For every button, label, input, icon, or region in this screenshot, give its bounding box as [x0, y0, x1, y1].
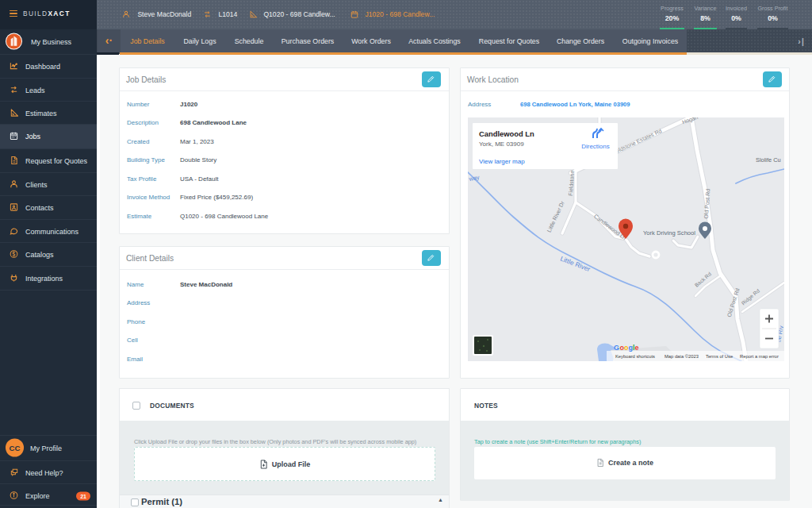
svg-text:Report a map error: Report a map error	[740, 354, 779, 359]
svg-text:Slolife Cu: Slolife Cu	[756, 156, 781, 164]
svg-text:Map data ©2023: Map data ©2023	[665, 354, 699, 359]
svg-text:Candlewood Ln: Candlewood Ln	[479, 129, 534, 138]
svg-text:Terms of Use: Terms of Use	[706, 354, 733, 359]
svg-text:View larger map: View larger map	[479, 158, 525, 165]
svg-text:Keyboard shortcuts: Keyboard shortcuts	[615, 354, 655, 359]
svg-text:York Driving School: York Driving School	[643, 229, 695, 237]
svg-text:York, ME 03909: York, ME 03909	[479, 140, 524, 148]
svg-text:e: e	[635, 344, 639, 352]
svg-text:G: G	[614, 344, 619, 352]
svg-text:CC: CC	[10, 444, 21, 452]
svg-text:Directions: Directions	[581, 143, 610, 150]
